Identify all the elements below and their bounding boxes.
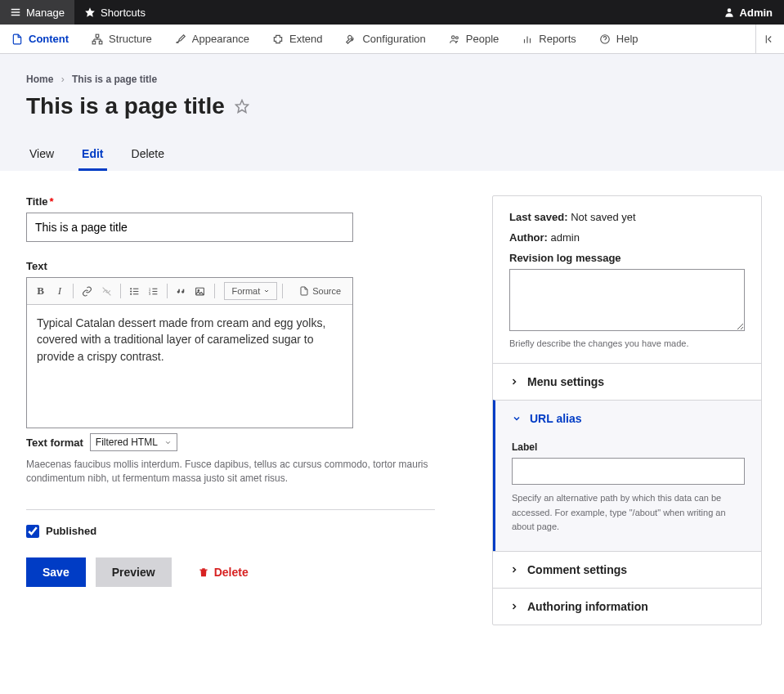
url-alias-field-label: Label bbox=[512, 441, 745, 453]
topbar-manage[interactable]: Manage bbox=[0, 0, 74, 25]
add-to-shortcuts-button[interactable] bbox=[235, 99, 249, 114]
url-alias-input[interactable] bbox=[512, 458, 745, 485]
star-filled-icon bbox=[84, 7, 96, 18]
form-actions: Save Preview Delete bbox=[26, 557, 459, 587]
accordion-url-alias-header[interactable]: URL alias bbox=[495, 401, 761, 437]
accordion-comment-settings: Comment settings bbox=[493, 551, 761, 588]
sidebar: Last saved: Not saved yet Author: admin … bbox=[492, 195, 762, 625]
adminbar-content-label: Content bbox=[29, 33, 69, 45]
accordion-url-alias: URL alias Label Specify an alternative p… bbox=[493, 400, 761, 551]
form-divider bbox=[26, 509, 435, 510]
published-checkbox[interactable] bbox=[26, 525, 39, 538]
author-label: Author: bbox=[509, 231, 548, 244]
delete-button[interactable]: Delete bbox=[181, 557, 265, 587]
adminbar-structure[interactable]: Structure bbox=[80, 25, 164, 53]
published-checkbox-row[interactable]: Published bbox=[26, 525, 459, 538]
tab-delete[interactable]: Delete bbox=[128, 139, 168, 171]
star-outline-icon bbox=[235, 99, 249, 114]
topbar-manage-label: Manage bbox=[26, 7, 65, 19]
chevron-down-icon bbox=[164, 439, 172, 446]
chevron-right-icon bbox=[509, 565, 519, 575]
adminbar-content[interactable]: Content bbox=[0, 25, 80, 53]
adminbar-reports-label: Reports bbox=[539, 33, 576, 45]
required-marker: * bbox=[50, 195, 54, 208]
toolbar-bold-button[interactable]: B bbox=[32, 281, 49, 301]
adminbar-configuration[interactable]: Configuration bbox=[334, 25, 437, 53]
topbar-user[interactable]: Admin bbox=[712, 7, 784, 19]
svg-point-12 bbox=[451, 35, 455, 38]
breadcrumb: Home › This is a page title bbox=[26, 74, 758, 85]
adminbar-help[interactable]: Help bbox=[588, 25, 650, 53]
svg-point-27 bbox=[130, 293, 131, 294]
adminbar-orientation-toggle[interactable] bbox=[755, 25, 784, 53]
help-icon bbox=[599, 34, 611, 45]
revision-label: Revision log message bbox=[509, 252, 745, 264]
breadcrumb-home[interactable]: Home bbox=[26, 74, 53, 85]
editor-toolbar: B I 123 bbox=[27, 278, 352, 305]
image-icon bbox=[195, 286, 205, 297]
toolbar-italic-button[interactable]: I bbox=[51, 281, 68, 301]
paintbrush-icon bbox=[175, 34, 186, 45]
puzzle-icon bbox=[272, 34, 284, 45]
breadcrumb-current: This is a page title bbox=[72, 74, 157, 85]
unlink-icon bbox=[101, 286, 112, 297]
topbar-user-label: Admin bbox=[740, 7, 773, 19]
trash-icon bbox=[198, 566, 209, 578]
svg-point-35 bbox=[198, 289, 199, 291]
published-label: Published bbox=[46, 525, 96, 537]
toolbar-format-dropdown[interactable]: Format bbox=[224, 282, 277, 300]
bar-chart-icon bbox=[522, 34, 533, 45]
adminbar-appearance-label: Appearance bbox=[192, 33, 249, 45]
svg-point-25 bbox=[130, 288, 131, 289]
text-help: Maecenas faucibus mollis interdum. Fusce… bbox=[26, 458, 435, 486]
author-value: admin bbox=[551, 231, 580, 244]
numbered-list-icon: 123 bbox=[148, 286, 159, 297]
text-format-select[interactable]: Filtered HTML bbox=[90, 433, 177, 451]
svg-point-13 bbox=[455, 36, 458, 38]
text-field-group: Text B I 123 bbox=[26, 260, 459, 486]
adminbar-people[interactable]: People bbox=[437, 25, 510, 53]
last-saved-value: Not saved yet bbox=[571, 211, 636, 223]
toolbar-unlink-button[interactable] bbox=[98, 281, 115, 301]
adminbar-appearance[interactable]: Appearance bbox=[164, 25, 261, 53]
tab-edit[interactable]: Edit bbox=[78, 139, 106, 171]
accordion-comment-settings-header[interactable]: Comment settings bbox=[493, 552, 761, 588]
svg-rect-6 bbox=[92, 41, 96, 44]
toolbar-image-button[interactable] bbox=[191, 281, 208, 301]
chevron-down-icon bbox=[512, 414, 522, 423]
svg-rect-7 bbox=[99, 41, 102, 44]
toolbar-numbered-list-button[interactable]: 123 bbox=[145, 281, 162, 301]
chevron-right-icon bbox=[509, 377, 519, 387]
tab-view[interactable]: View bbox=[26, 139, 57, 171]
svg-point-4 bbox=[727, 8, 731, 12]
svg-point-26 bbox=[130, 290, 131, 291]
topbar-shortcuts[interactable]: Shortcuts bbox=[74, 0, 155, 25]
revision-textarea[interactable] bbox=[509, 269, 745, 331]
editor-body[interactable]: Typical Catalan dessert made from cream … bbox=[27, 305, 352, 428]
topbar-shortcuts-label: Shortcuts bbox=[101, 7, 146, 19]
adminbar-extend[interactable]: Extend bbox=[261, 25, 334, 53]
wrench-icon bbox=[345, 34, 356, 45]
source-icon bbox=[299, 286, 309, 296]
breadcrumb-separator: › bbox=[61, 74, 65, 85]
toolbar-link-button[interactable] bbox=[78, 281, 96, 301]
toolbar-source-button[interactable]: Source bbox=[293, 282, 347, 300]
wysiwyg-editor: B I 123 bbox=[26, 277, 353, 428]
document-icon bbox=[11, 34, 23, 45]
save-button[interactable]: Save bbox=[26, 557, 86, 587]
title-input[interactable] bbox=[26, 213, 353, 242]
structure-icon bbox=[92, 34, 103, 45]
toolbar-bullet-list-button[interactable] bbox=[126, 281, 143, 301]
preview-button[interactable]: Preview bbox=[96, 557, 172, 587]
adminbar-structure-label: Structure bbox=[109, 33, 152, 45]
main-content: Title* Text B I bbox=[0, 171, 784, 650]
accordion-menu-settings-header[interactable]: Menu settings bbox=[493, 364, 761, 400]
title-label: Title* bbox=[26, 195, 459, 208]
collapse-left-icon bbox=[764, 34, 776, 45]
adminbar-reports[interactable]: Reports bbox=[510, 25, 588, 53]
accordion-authoring-info-header[interactable]: Authoring information bbox=[493, 589, 761, 625]
user-icon bbox=[724, 7, 735, 18]
svg-rect-5 bbox=[96, 34, 99, 38]
toolbar-blockquote-button[interactable] bbox=[172, 281, 190, 301]
sidebar-meta: Last saved: Not saved yet Author: admin … bbox=[493, 196, 761, 363]
